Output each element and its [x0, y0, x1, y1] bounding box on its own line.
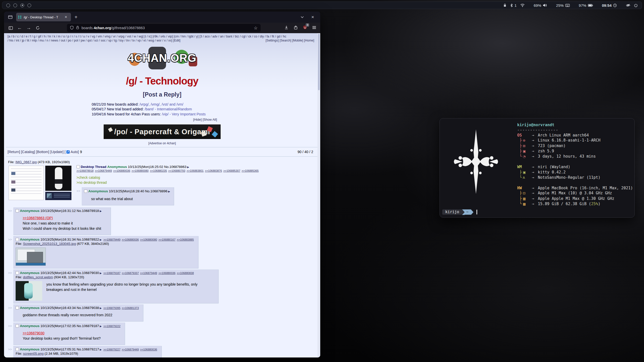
post-backlink[interactable]: >>106878918 [76, 169, 94, 172]
post-backlink[interactable]: >>106880793 [168, 169, 185, 172]
new-tab-button[interactable]: + [73, 14, 79, 20]
post-backlink[interactable]: >>106879449 [103, 238, 120, 241]
post-backlink[interactable]: >>106883885 [177, 238, 194, 241]
post-backlink[interactable]: >>106880036 [113, 169, 130, 172]
post-menu-arrow-icon[interactable]: ▶ [100, 272, 102, 275]
quote-link[interactable]: >>106878863 (OP) [23, 216, 53, 220]
post-menu-arrow-icon[interactable]: ▶ [100, 348, 102, 351]
post-checkbox[interactable] [16, 271, 19, 275]
thread-control-link[interactable]: Update [51, 150, 63, 154]
post-number[interactable]: No.106878922 [77, 238, 99, 241]
post-thumbnail[interactable] [16, 281, 42, 301]
post-backlink[interactable]: >>106879222 [103, 325, 120, 328]
workspace-dot-active[interactable] [20, 4, 24, 7]
firefox-view-icon[interactable] [7, 13, 14, 21]
file-link[interactable]: screen05.png [23, 352, 44, 355]
back-button[interactable]: ← [16, 24, 24, 32]
power-icon[interactable] [634, 4, 638, 7]
downloads-icon[interactable] [284, 25, 289, 30]
tab-close-button[interactable]: × [63, 14, 69, 20]
post-number[interactable]: No.106878863 [164, 165, 186, 169]
workspace-dot[interactable] [6, 4, 10, 7]
file-link[interactable]: dotfiles_scrot.webm [23, 275, 53, 279]
post-backlink[interactable]: >>106879395 [103, 306, 120, 309]
blotter-link[interactable]: /vip/ - Very Important Posts [162, 112, 206, 116]
board-nav-line1[interactable]: [a / b / c / d / e / f / g / gif / h / h… [8, 34, 317, 38]
post-backlink[interactable]: >>106879449 [95, 169, 112, 172]
board-banner[interactable]: /po/ - Papercraft & Origami [104, 124, 221, 139]
clock-indicator[interactable]: 09:54 [602, 3, 617, 8]
post-menu-arrow-icon[interactable]: ▶ [168, 190, 170, 193]
shell-prompt[interactable]: kirijo ~ [442, 209, 477, 215]
post-backlink[interactable]: >>106885365 [242, 169, 259, 172]
post-checkbox[interactable] [84, 190, 87, 193]
post-backlink[interactable]: >>106880036 [140, 348, 157, 351]
forward-button[interactable]: → [25, 24, 33, 32]
url-text[interactable]: boards.4chan.org/g/thread/106878863 [82, 26, 252, 30]
extensions-puzzle-icon[interactable] [294, 25, 298, 31]
quote-link[interactable]: >>106879030 [23, 331, 44, 335]
post-a-reply-link[interactable]: [Post a Reply] [4, 91, 320, 98]
scrollbar-thumb[interactable] [318, 34, 320, 90]
post-backlink[interactable]: >>106880235 [150, 169, 167, 172]
post-backlink[interactable]: >>106879449 [140, 272, 157, 275]
post-backlink[interactable]: >>106879227 [103, 348, 120, 351]
blotter-link[interactable]: /vrpg/, /vmg/, /vst/ and /vm/ [140, 102, 183, 106]
post-checkbox[interactable] [16, 324, 19, 328]
post-number[interactable]: No.106878896 [145, 189, 168, 193]
workspace-dot[interactable] [27, 4, 31, 7]
post-checkbox[interactable] [16, 238, 19, 241]
advertise-link[interactable]: [Advertise on 4chan] [4, 142, 320, 145]
sidebar-toggle-icon[interactable] [7, 24, 15, 32]
post-backlink[interactable]: >>106880080 [140, 238, 157, 241]
board-navigation[interactable]: [a / b / c / d / e / f / g / gif / h / h… [4, 33, 320, 43]
file-link[interactable]: IMG_0667.jpg [15, 160, 37, 164]
bluetooth-indicator[interactable]: 1 [510, 3, 516, 8]
post-backlink[interactable]: >>106879449 [122, 348, 139, 351]
post-menu-arrow-icon[interactable]: ▶ [187, 166, 189, 168]
post-checkbox[interactable] [16, 306, 19, 309]
thread-control-links[interactable]: [Return] [Catalog] [Bottom] [Update] [8, 150, 64, 154]
volume-indicator[interactable]: 69% [534, 3, 547, 8]
post-menu-arrow-icon[interactable]: ▶ [100, 307, 102, 309]
blotter-link[interactable]: /bant/ - International/Random [145, 107, 192, 111]
post-backlink[interactable]: >>106880838 [177, 272, 194, 275]
post-backlink[interactable]: >>106885307 [223, 169, 240, 172]
menu-hamburger-icon[interactable] [312, 26, 316, 30]
reload-button[interactable] [34, 24, 42, 32]
browser-tab[interactable]: /g/ - Desktop Thread - T × [16, 13, 71, 21]
privacy-eye-off-icon[interactable] [626, 4, 630, 7]
board-nav-links[interactable]: [Settings] [Search] [Mobile] [Home] [266, 38, 314, 42]
post-backlink[interactable]: >>106883876 [205, 169, 222, 172]
window-close-button[interactable]: × [310, 14, 316, 20]
post-checkbox[interactable] [16, 348, 19, 351]
thread-control-link[interactable]: Bottom [37, 150, 48, 154]
post-backlink[interactable]: >>106880080 [132, 169, 149, 172]
list-tabs-chevron-icon[interactable] [299, 14, 305, 20]
blotter-controls[interactable]: [Hide] [Show All] [92, 118, 233, 121]
page-scrollbar[interactable] [317, 33, 320, 357]
post-number[interactable]: No.106879187 [77, 324, 99, 328]
post-backlink[interactable]: >>106883801 [187, 169, 204, 172]
op-thumbnail[interactable] [9, 166, 71, 200]
post-backlink[interactable]: >>106879337 [122, 272, 139, 275]
wifi-icon[interactable] [520, 4, 525, 7]
post-number[interactable]: No.106879217 [77, 347, 99, 351]
terminal-window[interactable]: kirijo@norvrandt----------------OS→Arch … [439, 118, 635, 218]
post-number[interactable]: No.106878918 [77, 209, 99, 213]
post-thumbnail[interactable] [16, 248, 46, 266]
post-backlink[interactable]: >>106881373 [122, 306, 139, 309]
auto-update-checkbox[interactable] [66, 150, 70, 154]
shield-icon[interactable] [70, 26, 74, 30]
post-backlink[interactable]: >>106880036 [122, 238, 139, 241]
post-checkbox[interactable] [16, 209, 19, 212]
post-checkbox[interactable] [76, 165, 80, 168]
connection-lock-icon[interactable] [76, 26, 79, 30]
thread-control-link[interactable]: Catalog [22, 150, 34, 154]
post-menu-arrow-icon[interactable]: ▶ [100, 238, 102, 241]
url-bar[interactable]: boards.4chan.org/g/thread/106878863 ☆ [67, 24, 261, 32]
workspace-indicators[interactable] [6, 4, 31, 7]
workspace-dot[interactable] [13, 4, 17, 7]
post-menu-arrow-icon[interactable]: ▶ [100, 325, 102, 328]
post-backlink[interactable]: >>106880167 [158, 238, 176, 241]
